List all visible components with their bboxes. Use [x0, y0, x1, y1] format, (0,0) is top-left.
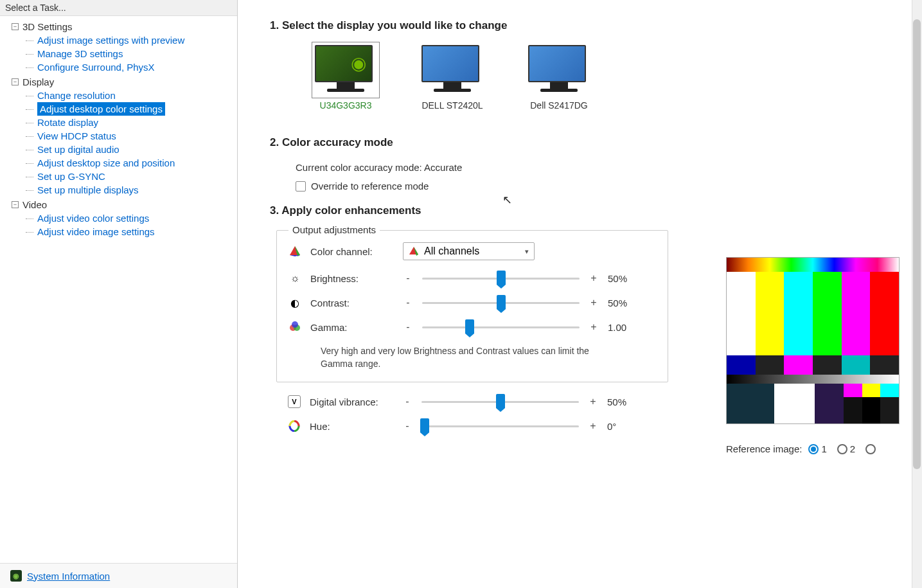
gamma-value: 1.00 [608, 322, 640, 333]
minus-icon: - [403, 272, 413, 284]
hue-slider[interactable] [421, 420, 579, 432]
sidebar: Select a Task... − 3D Settings Adjust im… [0, 0, 238, 588]
hue-value: 0° [607, 421, 639, 432]
scrollbar-thumb[interactable] [913, 19, 921, 469]
tree-item-desktop-size-position[interactable]: Adjust desktop size and position [0, 156, 237, 170]
tree-item-rotate-display[interactable]: Rotate display [0, 116, 237, 129]
slider-thumb[interactable] [496, 394, 505, 408]
tree-item-surround-physx[interactable]: Configure Surround, PhysX [0, 60, 237, 74]
slider-thumb[interactable] [420, 418, 429, 432]
tree-group-display[interactable]: − Display [0, 75, 237, 89]
gamma-label: Gamma: [310, 322, 394, 333]
brightness-slider[interactable] [422, 272, 580, 285]
reference-label: Reference image: [726, 443, 802, 454]
tree-group-label: Display [22, 76, 54, 87]
gamma-hint: Very high and very low Brightness and Co… [321, 345, 610, 370]
monitor-icon: ◉ [315, 45, 377, 95]
brightness-value: 50% [608, 273, 640, 284]
output-legend: Output adjustments [288, 224, 380, 235]
monitor-icon [421, 45, 483, 95]
minus-icon: - [402, 396, 412, 407]
tree-item-adjust-desktop-color[interactable]: Adjust desktop color settings [37, 102, 165, 116]
slider-thumb[interactable] [497, 295, 506, 309]
monitor-icon [528, 45, 590, 95]
reference-radio-2[interactable]: 2 [837, 443, 855, 454]
collapse-icon[interactable]: − [12, 23, 19, 30]
color-channel-icon [288, 245, 301, 258]
color-channel-row: Color channel: All channels ▾ [288, 242, 656, 260]
hue-icon [288, 420, 301, 432]
sidebar-header: Select a Task... [0, 0, 237, 16]
sidebar-footer: ◉ System Information [0, 563, 237, 588]
plus-icon: + [588, 396, 598, 407]
tree-group-3d-settings[interactable]: − 3D Settings [0, 20, 237, 33]
tree-item-hdcp-status[interactable]: View HDCP status [0, 129, 237, 143]
vertical-scrollbar[interactable] [912, 0, 922, 588]
tree-group-label: 3D Settings [22, 21, 73, 32]
plus-icon: + [589, 272, 599, 284]
minus-icon: - [403, 321, 413, 333]
contrast-label: Contrast: [310, 298, 394, 308]
tree-item-digital-audio[interactable]: Set up digital audio [0, 143, 237, 156]
display-selector: ◉ U34G3G3R3 DELL ST2420L Dell S2417DG [315, 45, 890, 111]
override-checkbox[interactable] [296, 181, 306, 192]
collapse-icon[interactable]: − [12, 201, 19, 208]
color-channel-dropdown[interactable]: All channels ▾ [403, 242, 535, 260]
system-information-link[interactable]: System Information [27, 571, 110, 582]
hue-label: Hue: [310, 421, 393, 432]
radio-icon[interactable] [865, 444, 876, 454]
tree-item-adjust-image-preview[interactable]: Adjust image settings with preview [0, 33, 237, 47]
slider-thumb[interactable] [497, 271, 506, 285]
contrast-row: ◐ Contrast: - + 50% [288, 296, 656, 309]
reference-radio-1[interactable]: 1 [808, 443, 826, 454]
reference-image-controls: Reference image: 1 2 [726, 443, 903, 454]
tree-item-multiple-displays[interactable]: Set up multiple displays [0, 183, 237, 197]
plus-icon: + [588, 420, 598, 432]
slider-thumb[interactable] [465, 319, 474, 334]
color-bars-preview [726, 257, 900, 424]
contrast-slider[interactable] [422, 296, 580, 309]
override-label: Override to reference mode [311, 181, 429, 192]
display-item-3[interactable]: Dell S2417DG [528, 45, 590, 111]
display-item-1[interactable]: ◉ U34G3G3R3 [315, 45, 377, 111]
minus-icon: - [403, 297, 413, 308]
svg-point-7 [292, 321, 298, 328]
radio-icon[interactable] [837, 444, 847, 454]
override-reference-row[interactable]: Override to reference mode [296, 181, 890, 192]
radio-label: 2 [850, 443, 855, 454]
step2-title: 2. Color accuracy mode [270, 136, 890, 149]
contrast-icon: ◐ [288, 296, 301, 309]
vibrance-icon: V [288, 395, 301, 408]
gamma-row: Gamma: - + 1.00 [288, 321, 656, 334]
vibrance-slider[interactable] [421, 395, 579, 408]
tree-item-gsync[interactable]: Set up G-SYNC [0, 170, 237, 183]
tree-item-video-color[interactable]: Adjust video color settings [0, 211, 237, 225]
reference-image-block: Reference image: 1 2 [726, 257, 903, 454]
gamma-icon [288, 321, 301, 334]
tree-item-video-image[interactable]: Adjust video image settings [0, 225, 237, 238]
minus-icon: - [402, 420, 412, 432]
radio-icon[interactable] [808, 444, 819, 454]
step3-title: 3. Apply color enhancements [270, 204, 890, 217]
display-label: DELL ST2420L [421, 100, 483, 111]
task-tree: − 3D Settings Adjust image settings with… [0, 16, 237, 563]
tree-group-video[interactable]: − Video [0, 198, 237, 211]
tree-item-change-resolution[interactable]: Change resolution [0, 89, 237, 102]
step1-title: 1. Select the display you would like to … [270, 19, 890, 32]
vibrance-label: Digital vibrance: [310, 396, 393, 407]
brightness-row: ☼ Brightness: - + 50% [288, 272, 656, 285]
plus-icon: + [589, 297, 599, 308]
tree-group-label: Video [22, 199, 47, 210]
display-label: U34G3G3R3 [320, 100, 372, 111]
reference-radio-3[interactable] [865, 444, 876, 454]
current-accuracy-mode: Current color accuracy mode: Accurate [296, 162, 890, 173]
chevron-down-icon: ▾ [525, 247, 529, 256]
current-mode-label: Current color accuracy mode: [296, 162, 424, 173]
brightness-label: Brightness: [310, 273, 394, 284]
gamma-slider[interactable] [422, 321, 580, 334]
contrast-value: 50% [608, 298, 640, 308]
display-item-2[interactable]: DELL ST2420L [421, 45, 483, 111]
tree-item-manage-3d[interactable]: Manage 3D settings [0, 47, 237, 60]
vibrance-value: 50% [607, 396, 639, 407]
collapse-icon[interactable]: − [12, 78, 19, 85]
